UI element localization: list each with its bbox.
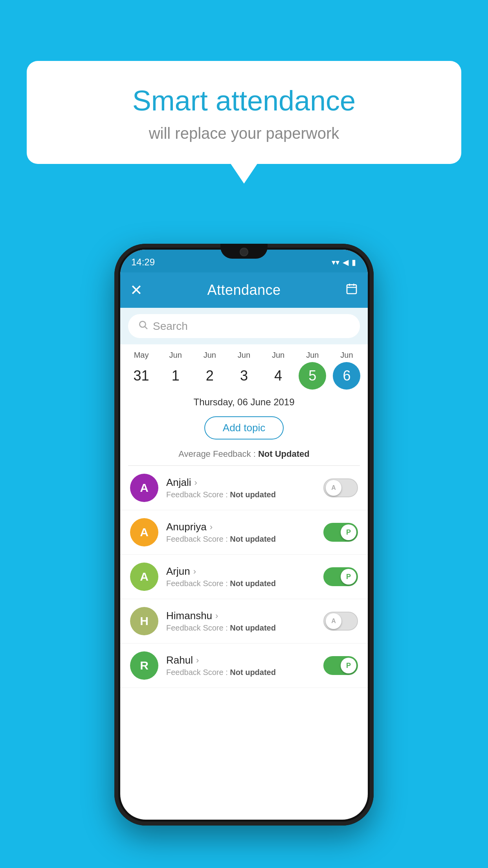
speech-bubble: Smart attendance will replace your paper… [27,61,461,164]
app-bar-title: Attendance [207,282,281,298]
date-month-label: May [124,351,158,360]
status-icons: ▾▾ ◀ ▮ [332,257,356,267]
signal-icon: ◀ [343,257,349,267]
student-name: Arjun › [166,565,323,577]
student-feedback: Feedback Score : Not updated [166,535,323,544]
chevron-right-icon: › [196,655,199,666]
date-column[interactable]: May31 [124,351,158,390]
selected-date-text: Thursday, 06 June 2019 [193,397,294,407]
date-column[interactable]: Jun4 [261,351,295,390]
student-feedback: Feedback Score : Not updated [166,623,323,633]
phone-wrapper: 14:29 ▾▾ ◀ ▮ ✕ Attendance [114,244,374,826]
attendance-toggle[interactable]: P [323,656,358,675]
date-month-label: Jun [227,351,261,360]
date-column[interactable]: Jun5 [295,351,330,390]
student-avatar: A [130,563,158,591]
student-feedback: Feedback Score : Not updated [166,579,323,588]
phone-screen: 14:29 ▾▾ ◀ ▮ ✕ Attendance [120,250,368,820]
student-list: AAnjali ›Feedback Score : Not updatedAAA… [120,466,368,688]
speech-bubble-title: Smart attendance [46,85,442,117]
student-name: Anupriya › [166,521,323,533]
speech-bubble-container: Smart attendance will replace your paper… [27,61,461,164]
student-info: Rahul ›Feedback Score : Not updated [166,654,323,677]
student-avatar: A [130,474,158,502]
student-item[interactable]: AArjun ›Feedback Score : Not updatedP [120,555,368,599]
date-column[interactable]: Jun2 [193,351,227,390]
student-avatar: R [130,651,158,680]
chevron-right-icon: › [193,566,196,577]
selected-date-info: Thursday, 06 June 2019 [120,390,368,410]
svg-point-4 [139,321,145,327]
student-feedback: Feedback Score : Not updated [166,490,323,499]
date-day-number[interactable]: 4 [264,362,292,390]
date-month-label: Jun [193,351,227,360]
date-column[interactable]: Jun6 [330,351,364,390]
power-button [373,381,374,413]
date-day-number[interactable]: 31 [128,362,155,390]
avg-feedback-label: Average Feedback : [178,449,258,459]
speech-bubble-subtitle: will replace your paperwork [46,125,442,142]
wifi-icon: ▾▾ [332,257,339,267]
student-info: Himanshu ›Feedback Score : Not updated [166,610,323,633]
student-info: Anupriya ›Feedback Score : Not updated [166,521,323,544]
date-day-number[interactable]: 5 [299,362,326,390]
phone-frame: 14:29 ▾▾ ◀ ▮ ✕ Attendance [114,244,374,826]
date-strip: May31Jun1Jun2Jun3Jun4Jun5Jun6 [120,344,368,390]
student-item[interactable]: AAnjali ›Feedback Score : Not updatedA [120,466,368,510]
date-day-number[interactable]: 1 [162,362,189,390]
add-topic-container: Add topic [120,410,368,446]
attendance-toggle[interactable]: P [323,567,358,586]
close-button[interactable]: ✕ [130,281,143,299]
date-month-label: Jun [158,351,193,360]
add-topic-button[interactable]: Add topic [204,416,284,440]
student-feedback: Feedback Score : Not updated [166,668,323,677]
average-feedback: Average Feedback : Not Updated [120,446,368,465]
student-info: Arjun ›Feedback Score : Not updated [166,565,323,588]
date-day-number[interactable]: 6 [333,362,360,390]
attendance-toggle[interactable]: P [323,523,358,542]
date-month-label: Jun [330,351,364,360]
chevron-right-icon: › [210,522,213,532]
volume-down-button [114,428,115,460]
student-name: Anjali › [166,476,323,489]
attendance-toggle[interactable]: A [323,612,358,631]
student-name: Himanshu › [166,610,323,622]
student-avatar: H [130,607,158,635]
chevron-right-icon: › [215,611,218,621]
search-input-container[interactable]: Search [128,314,360,338]
attendance-toggle[interactable]: A [323,478,358,497]
svg-rect-0 [347,285,356,294]
student-item[interactable]: AAnupriya ›Feedback Score : Not updatedP [120,510,368,555]
date-column[interactable]: Jun3 [227,351,261,390]
date-day-number[interactable]: 3 [230,362,258,390]
front-camera [240,248,248,256]
avg-feedback-value: Not Updated [258,449,310,459]
student-avatar: A [130,518,158,546]
chevron-right-icon: › [194,478,197,488]
student-name: Rahul › [166,654,323,666]
student-item[interactable]: RRahul ›Feedback Score : Not updatedP [120,644,368,688]
calendar-button[interactable] [345,283,358,298]
app-bar: ✕ Attendance [120,272,368,308]
date-day-number[interactable]: 2 [196,362,224,390]
search-placeholder: Search [153,320,188,333]
battery-icon: ▮ [352,257,356,267]
svg-line-5 [145,327,147,329]
date-month-label: Jun [261,351,295,360]
student-info: Anjali ›Feedback Score : Not updated [166,476,323,499]
student-item[interactable]: HHimanshu ›Feedback Score : Not updatedA [120,599,368,644]
search-icon [138,320,148,333]
phone-notch [220,244,268,259]
volume-up-button [114,385,115,417]
date-month-label: Jun [295,351,330,360]
volume-silent-button [114,350,115,373]
search-bar: Search [120,308,368,344]
date-column[interactable]: Jun1 [158,351,193,390]
status-time: 14:29 [131,257,155,268]
